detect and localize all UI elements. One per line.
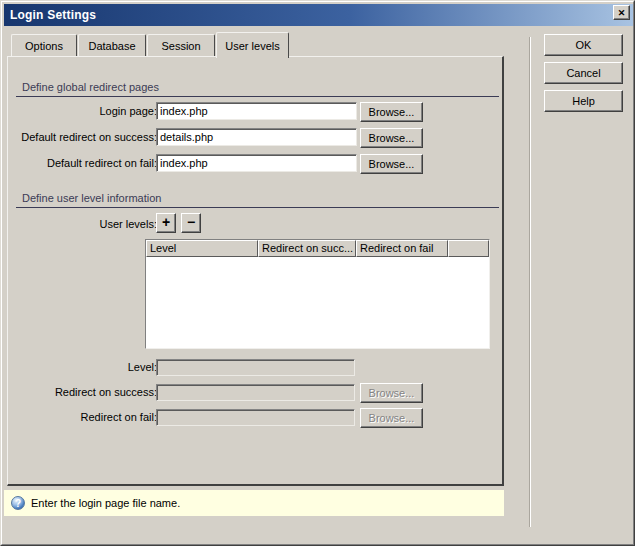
- user-levels-table-body[interactable]: [146, 257, 489, 348]
- user-levels-label: User levels:: [13, 214, 157, 234]
- plus-icon: +: [162, 214, 170, 230]
- login-page-label: Login page:: [13, 102, 157, 120]
- cancel-button[interactable]: Cancel: [544, 62, 623, 84]
- default-redirect-success-label: Default redirect on success:: [13, 128, 157, 146]
- column-header-empty: [448, 240, 489, 257]
- default-redirect-fail-label: Default redirect on fail:: [13, 154, 157, 172]
- redirect-success-input: [156, 384, 355, 401]
- ok-button[interactable]: OK: [544, 34, 623, 56]
- tab-label: Session: [161, 40, 200, 52]
- tab-label: User levels: [225, 40, 279, 52]
- status-bar: ? Enter the login page file name.: [4, 490, 504, 516]
- help-button[interactable]: Help: [544, 90, 623, 112]
- add-user-level-button[interactable]: +: [156, 213, 176, 233]
- close-icon: ✕: [618, 8, 626, 18]
- default-redirect-success-browse-button[interactable]: Browse...: [360, 128, 423, 148]
- section-heading-user-levels: Define user level information: [16, 192, 499, 208]
- cancel-button-label: Cancel: [566, 67, 600, 79]
- login-page-input[interactable]: [156, 102, 357, 120]
- default-redirect-fail-browse-button[interactable]: Browse...: [360, 154, 423, 174]
- vertical-divider: [529, 37, 531, 527]
- close-button[interactable]: ✕: [613, 5, 630, 20]
- status-text: Enter the login page file name.: [31, 497, 180, 509]
- help-ball-icon: ?: [11, 496, 25, 510]
- remove-user-level-button[interactable]: −: [181, 213, 201, 233]
- minus-icon: −: [187, 214, 195, 230]
- redirect-fail-input: [156, 409, 355, 426]
- tab-database[interactable]: Database: [78, 34, 146, 57]
- default-redirect-success-input[interactable]: [156, 128, 357, 146]
- column-header-level[interactable]: Level: [146, 240, 258, 257]
- tab-session[interactable]: Session: [147, 34, 215, 57]
- level-label: Level:: [13, 359, 157, 376]
- redirect-fail-browse-button: Browse...: [360, 408, 423, 428]
- browse-button-label: Browse...: [369, 158, 415, 170]
- tab-options[interactable]: Options: [11, 34, 77, 57]
- browse-button-label: Browse...: [369, 132, 415, 144]
- tab-user-levels[interactable]: User levels: [216, 32, 289, 58]
- ok-button-label: OK: [576, 39, 592, 51]
- redirect-success-label: Redirect on success:: [13, 384, 157, 401]
- help-button-label: Help: [572, 95, 595, 107]
- question-mark-glyph: ?: [15, 498, 21, 509]
- login-page-browse-button[interactable]: Browse...: [360, 102, 423, 122]
- tab-label: Database: [88, 40, 135, 52]
- user-levels-tab-panel: Define global redirect pages Login page:…: [7, 56, 504, 486]
- redirect-fail-label: Redirect on fail:: [13, 409, 157, 426]
- level-input: [156, 359, 355, 376]
- default-redirect-fail-input[interactable]: [156, 154, 357, 172]
- tab-label: Options: [25, 40, 63, 52]
- column-header-redirect-success[interactable]: Redirect on succ...: [258, 240, 356, 257]
- user-levels-table: Level Redirect on succ... Redirect on fa…: [145, 239, 490, 349]
- browse-button-label: Browse...: [369, 412, 415, 424]
- column-header-redirect-fail[interactable]: Redirect on fail: [356, 240, 448, 257]
- browse-button-label: Browse...: [369, 106, 415, 118]
- title-bar[interactable]: Login Settings: [4, 4, 633, 26]
- login-settings-dialog: Login Settings ✕ Options Database Sessio…: [0, 0, 635, 546]
- section-heading-global-redirect: Define global redirect pages: [16, 81, 499, 97]
- browse-button-label: Browse...: [369, 387, 415, 399]
- redirect-success-browse-button: Browse...: [360, 383, 423, 403]
- window-title: Login Settings: [10, 8, 96, 22]
- user-levels-table-header: Level Redirect on succ... Redirect on fa…: [146, 240, 489, 257]
